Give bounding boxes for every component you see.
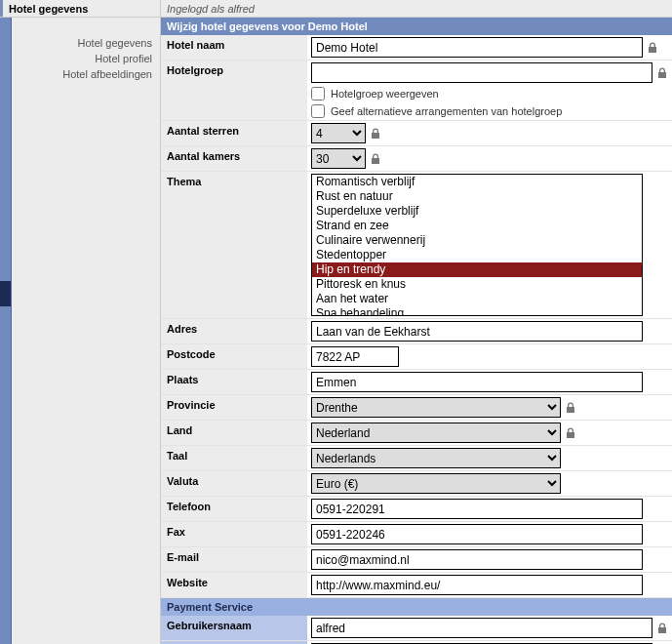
land-select[interactable]: Nederland [311,423,561,443]
gebruikersnaam-input[interactable] [311,618,652,638]
hotelgroep-weergeven-checkbox[interactable]: Hotelgroep weergeven [311,87,668,101]
label-plaats: Plaats [161,370,307,394]
kamers-select[interactable]: 30 [311,148,366,169]
thema-option[interactable]: Rust en natuur [312,189,642,204]
label-thema: Thema [161,172,307,318]
label-taal: Taal [161,446,307,470]
page-title: Hotel gegevens [0,0,161,17]
login-status: Ingelogd als alfred [161,0,672,17]
label-telefoon: Telefoon [161,497,307,521]
thema-option[interactable]: Romantisch verblijf [312,175,642,189]
thema-option[interactable]: Spa behandeling [312,306,642,316]
thema-option[interactable]: Culinaire verwennerij [312,233,642,248]
payment-section-header: Payment Service [161,598,672,616]
thema-option[interactable]: Pittoresk en knus [312,277,642,292]
lock-icon [565,402,576,414]
thema-option[interactable]: Stedentopper [312,248,642,262]
label-fax: Fax [161,522,307,546]
sterren-select[interactable]: 4 [311,123,366,143]
taal-select[interactable]: Nederlands [311,448,561,468]
label-kamers: Aantal kamers [161,146,307,171]
lock-icon [565,427,576,439]
lock-icon [656,67,668,79]
label-provincie: Provincie [161,395,307,420]
postcode-input[interactable] [311,346,399,367]
label-postcode: Postcode [161,344,307,369]
left-rail [0,18,12,644]
thema-option[interactable]: Superdeluxe verblijf [312,204,642,219]
valuta-select[interactable]: Euro (€) [311,473,561,494]
plaats-input[interactable] [311,372,643,392]
thema-listbox[interactable]: Romantisch verblijfRust en natuurSuperde… [311,174,643,316]
sidebar-item-hotel-afbeeldingen[interactable]: Hotel afbeeldingen [12,66,160,82]
label-hotelgroep: Hotelgroep [161,60,307,120]
lock-icon [647,42,658,54]
label-hotel-naam: Hotel naam [161,35,307,60]
section-header: Wijzig hotel gegevens voor Demo Hotel [161,18,672,35]
label-gebruikersnaam: Gebruikersnaam [161,616,307,640]
hotelgroep-input[interactable] [311,62,652,83]
label-email: E-mail [161,547,307,572]
website-input[interactable] [311,575,643,595]
telefoon-input[interactable] [311,499,643,519]
lock-icon [370,153,381,165]
checkbox-label: Geef alternatieve arrangementen van hote… [331,105,562,117]
hotelgroep-alternatief-checkbox[interactable]: Geef alternatieve arrangementen van hote… [311,104,668,118]
hotel-naam-input[interactable] [311,37,643,58]
sidebar-item-hotel-profiel[interactable]: Hotel profiel [12,51,160,66]
lock-icon [656,623,668,634]
fax-input[interactable] [311,524,643,544]
label-website: Website [161,573,307,597]
thema-option[interactable]: Hip en trendy [312,262,642,277]
adres-input[interactable] [311,321,643,342]
email-input[interactable] [311,549,643,570]
thema-option[interactable]: Aan het water [312,292,642,306]
label-valuta: Valuta [161,471,307,496]
thema-option[interactable]: Strand en zee [312,219,642,233]
lock-icon [370,128,381,140]
label-land: Land [161,421,307,445]
sidebar-item-hotel-gegevens[interactable]: Hotel gegevens [12,35,160,51]
provincie-select[interactable]: Drenthe [311,397,561,418]
checkbox-label: Hotelgroep weergeven [331,88,439,100]
label-sterren: Aantal sterren [161,121,307,145]
label-adres: Adres [161,319,307,343]
sidebar: Hotel gegevens Hotel profiel Hotel afbee… [12,18,161,644]
